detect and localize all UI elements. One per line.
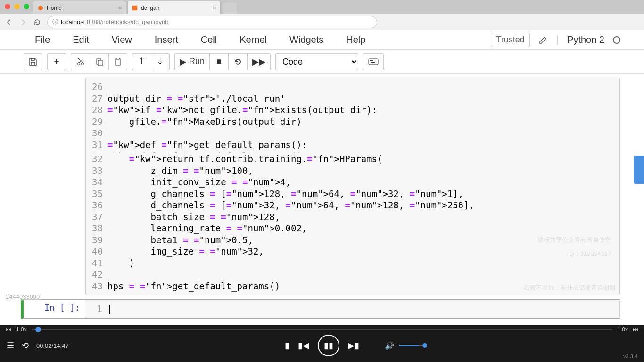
rewind-icon[interactable]: ⏮ bbox=[6, 326, 11, 333]
svg-rect-7 bbox=[116, 58, 119, 59]
stop-icon[interactable]: ▮ bbox=[285, 340, 289, 351]
svg-rect-6 bbox=[116, 59, 120, 65]
svg-point-2 bbox=[77, 62, 80, 65]
url-text: localhost:8888/notebooks/dc_gan.ipynb bbox=[61, 18, 168, 25]
video-player: ⏮ 1.0x 1.0x ⏭ ☰ ⟲ 00:02/14:47 ▮ ▮◀ ▮▮ ▶▮… bbox=[0, 325, 644, 362]
minimize-window-icon[interactable] bbox=[14, 4, 20, 9]
code-cell[interactable]: 26272829303131323334353637383940414243 o… bbox=[24, 77, 620, 296]
move-down-button[interactable]: 🡓 bbox=[151, 53, 170, 70]
line-numbers: 1 bbox=[88, 303, 107, 315]
jupyter-icon bbox=[37, 5, 44, 11]
close-tab-icon[interactable]: × bbox=[118, 4, 122, 12]
kernel-status-icon bbox=[613, 36, 620, 44]
back-button[interactable] bbox=[5, 18, 13, 26]
line-numbers: 26272829303131323334353637383940414243 bbox=[89, 81, 107, 292]
svg-point-3 bbox=[81, 62, 83, 65]
cell-prompt bbox=[24, 78, 85, 295]
svg-rect-11 bbox=[372, 60, 373, 61]
run-button[interactable]: ▶Run bbox=[174, 53, 209, 70]
loop-icon[interactable]: ⟲ bbox=[22, 340, 29, 351]
edit-icon[interactable] bbox=[538, 35, 548, 45]
tab-title: dc_gan bbox=[141, 5, 210, 11]
menu-bar: File Edit View Insert Cell Kernel Widget… bbox=[0, 30, 644, 50]
browser-tab-dcgan[interactable]: dc_gan × bbox=[127, 1, 221, 14]
reload-button[interactable] bbox=[33, 18, 41, 26]
url-field[interactable]: ⓘ localhost:8888/notebooks/dc_gan.ipynb bbox=[47, 16, 377, 28]
forward-button[interactable] bbox=[19, 18, 27, 26]
tab-strip: Home × dc_gan × bbox=[0, 0, 644, 14]
faint-overlay: +Q：319034327 bbox=[566, 250, 611, 258]
maximize-window-icon[interactable] bbox=[24, 4, 29, 9]
svg-rect-12 bbox=[371, 62, 375, 63]
volume-icon[interactable]: 🔊 bbox=[385, 341, 394, 350]
progress-bar[interactable] bbox=[32, 329, 613, 330]
faint-overlay: 我暂不在线，有什么话请留言谢谢 bbox=[524, 284, 616, 292]
svg-rect-10 bbox=[371, 60, 372, 61]
add-cell-button[interactable]: + bbox=[47, 53, 66, 70]
svg-rect-8 bbox=[369, 59, 378, 65]
volume-slider[interactable] bbox=[399, 345, 427, 346]
paste-button[interactable] bbox=[108, 53, 127, 70]
notebook-icon bbox=[132, 5, 138, 11]
command-palette-button[interactable] bbox=[363, 53, 384, 70]
faint-overlay: 课程共享公众号有间自修室 bbox=[537, 236, 611, 244]
browser-chrome: Home × dc_gan × ⓘ localhost:8888/noteboo… bbox=[0, 0, 644, 30]
code-content[interactable]: | bbox=[107, 303, 617, 315]
restart-button[interactable] bbox=[228, 53, 247, 70]
save-button[interactable] bbox=[24, 53, 42, 70]
cell-prompt: In [ ]: bbox=[24, 300, 85, 318]
kernel-name[interactable]: Python 2 bbox=[567, 34, 604, 45]
interrupt-button[interactable]: ■ bbox=[209, 53, 228, 70]
code-input[interactable]: 26272829303131323334353637383940414243 o… bbox=[85, 78, 620, 295]
notebook-area[interactable]: 26272829303131323334353637383940414243 o… bbox=[0, 74, 644, 319]
trusted-badge[interactable]: Trusted bbox=[491, 33, 529, 47]
cut-button[interactable] bbox=[71, 53, 90, 70]
close-tab-icon[interactable]: × bbox=[213, 4, 216, 12]
playlist-icon[interactable]: ☰ bbox=[7, 340, 14, 351]
cell-type-select[interactable]: Code bbox=[275, 53, 358, 70]
watermark: 2444033660 bbox=[5, 293, 41, 301]
tab-title: Home bbox=[47, 5, 116, 11]
time-display: 00:02/14:47 bbox=[36, 342, 69, 349]
fast-forward-icon[interactable]: ⏭ bbox=[633, 326, 638, 333]
close-window-icon[interactable] bbox=[5, 4, 10, 9]
volume-control[interactable]: 🔊 bbox=[385, 341, 427, 350]
info-icon: ⓘ bbox=[52, 18, 58, 26]
toolbar: + 🡑 🡓 ▶Run ■ ▶▶ Code bbox=[0, 50, 644, 74]
menu-cell[interactable]: Cell bbox=[190, 34, 228, 45]
move-up-button[interactable]: 🡑 bbox=[132, 53, 151, 70]
menu-help[interactable]: Help bbox=[335, 34, 377, 45]
version-label: v3.3.4 bbox=[623, 354, 637, 359]
svg-rect-5 bbox=[98, 60, 102, 66]
menu-edit[interactable]: Edit bbox=[61, 34, 100, 45]
window-controls bbox=[5, 4, 29, 9]
jupyter-notebook: File Edit View Insert Cell Kernel Widget… bbox=[0, 30, 644, 319]
menu-view[interactable]: View bbox=[100, 34, 143, 45]
empty-code-cell[interactable]: In [ ]: 1 | bbox=[21, 299, 620, 319]
svg-rect-9 bbox=[370, 60, 371, 61]
browser-tab-home[interactable]: Home × bbox=[33, 1, 126, 14]
code-content[interactable]: output_dir = ="str">'./local_run'="kw">i… bbox=[107, 81, 617, 292]
address-bar: ⓘ localhost:8888/notebooks/dc_gan.ipynb bbox=[0, 14, 644, 30]
svg-point-0 bbox=[38, 5, 43, 10]
menu-file[interactable]: File bbox=[24, 34, 61, 45]
next-icon[interactable]: ▶▮ bbox=[348, 340, 359, 351]
playback-speed[interactable]: 1.0x bbox=[16, 326, 27, 333]
menu-widgets[interactable]: Widgets bbox=[278, 34, 335, 45]
menu-kernel[interactable]: Kernel bbox=[228, 34, 278, 45]
side-tab[interactable] bbox=[634, 156, 644, 184]
copy-button[interactable] bbox=[90, 53, 108, 70]
prev-icon[interactable]: ▮◀ bbox=[298, 340, 309, 351]
play-pause-button[interactable]: ▮▮ bbox=[318, 335, 339, 356]
svg-rect-1 bbox=[132, 5, 138, 10]
progress-thumb[interactable] bbox=[35, 327, 41, 332]
code-input[interactable]: 1 | bbox=[85, 300, 620, 318]
menu-insert[interactable]: Insert bbox=[143, 34, 190, 45]
playback-speed[interactable]: 1.0x bbox=[617, 326, 628, 333]
restart-run-all-button[interactable]: ▶▶ bbox=[247, 53, 271, 70]
new-tab-button[interactable] bbox=[223, 3, 237, 14]
